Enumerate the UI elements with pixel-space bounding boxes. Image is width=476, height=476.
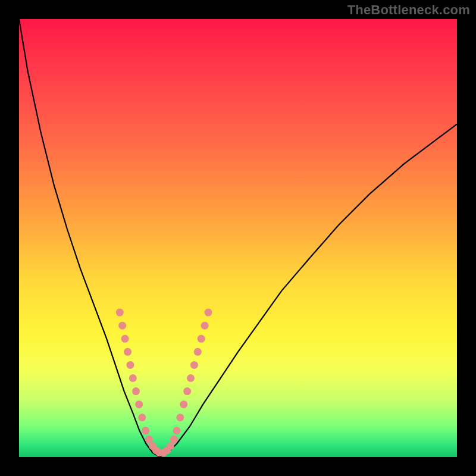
marker-group-left [116, 309, 163, 457]
marker-dot [190, 361, 198, 369]
marker-dot [187, 374, 195, 382]
marker-dot [118, 322, 126, 330]
plot-area [19, 19, 457, 457]
bottleneck-curve-svg [19, 19, 457, 457]
marker-dot [116, 309, 124, 317]
marker-dot [124, 348, 131, 356]
marker-dot [201, 322, 209, 330]
marker-dot [142, 427, 149, 434]
watermark-text: TheBottleneck.com [347, 2, 470, 18]
marker-dot [121, 335, 129, 343]
marker-dot [198, 335, 205, 343]
marker-dot [173, 427, 180, 434]
marker-dot [138, 414, 146, 421]
marker-dot [170, 436, 178, 443]
bottleneck-curve [19, 19, 457, 457]
marker-dot [129, 374, 137, 382]
marker-dot [167, 442, 174, 450]
marker-dot [132, 387, 140, 395]
marker-dot [180, 400, 187, 408]
marker-dot [176, 414, 184, 421]
chart-stage: TheBottleneck.com [0, 0, 476, 476]
marker-dot [194, 348, 202, 356]
marker-group-right [159, 309, 212, 457]
marker-dot [145, 436, 153, 443]
marker-dot [204, 309, 212, 317]
marker-dot [135, 400, 143, 408]
marker-dot [126, 361, 134, 369]
marker-dot [183, 387, 191, 395]
